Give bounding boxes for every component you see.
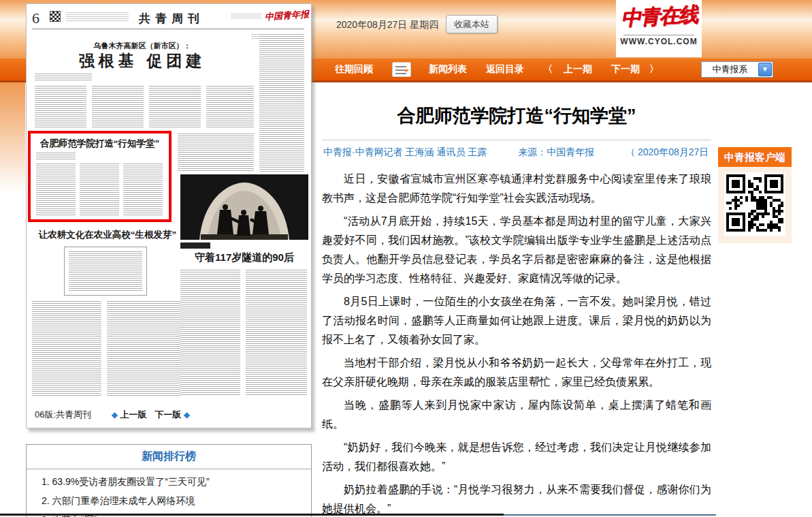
paper-text-column	[80, 163, 119, 215]
article-paragraph: 8月5日上课时，一位陌生的小女孩坐在角落，一言不发。她叫梁月悦，错过了活动报名时…	[322, 292, 711, 349]
paper-text-column	[32, 301, 101, 396]
paper-footer: 06版:共青周刊 ◆ 上一版 下一版 ◆	[35, 409, 190, 421]
paper-text-column	[180, 270, 240, 396]
paper-text-column	[123, 163, 163, 215]
news-ranking-title: 新闻排行榜	[27, 445, 311, 469]
paper-mini-qr-icon	[50, 11, 61, 22]
article-paragraph: “奶奶好，我们今晚来，就是想告诉您，经过考虑，我们决定让月悦继续参加活动，我们都…	[322, 438, 711, 476]
paper-page-number: 6	[32, 10, 39, 27]
next-page-diamond-icon[interactable]: ◆	[184, 410, 190, 420]
article-title: 合肥师范学院打造“行知学堂”	[322, 104, 711, 128]
article-paragraph: “活动从7月底开始，持续15天，学员基本都是周边村里的留守儿童，大家兴趣爱好不同…	[322, 212, 711, 288]
paper-masthead: 共青周刊	[120, 11, 223, 27]
news-ranking-panel: 新闻排行榜 1. 63.9%受访者朋友圈设置了“三天可见” 2. 六部门重拳治理…	[26, 444, 312, 517]
paper-text-column	[206, 86, 254, 128]
app-client-widget-body	[718, 167, 792, 243]
next-page-link[interactable]: 下一版	[155, 409, 181, 420]
prev-page-diamond-icon[interactable]: ◆	[112, 410, 118, 420]
prev-page-link[interactable]: 上一版	[120, 409, 147, 420]
paper-header-date-text	[231, 14, 262, 19]
app-client-widget: 中青报客户端	[718, 147, 792, 243]
paper-quote-box	[64, 247, 147, 296]
app-client-widget-title: 中青报客户端	[718, 147, 792, 167]
paper-headline2[interactable]: 合肥师范学院打造“行知学堂”	[33, 138, 166, 150]
photo-story-tag	[180, 242, 210, 249]
paper-text-column	[35, 86, 86, 128]
ranking-item-1[interactable]: 1. 63.9%受访者朋友圈设置了“三天可见”	[42, 476, 311, 488]
paper-headline1[interactable]: 强根基 促团建	[40, 50, 244, 72]
paper-byline-sim	[35, 74, 92, 82]
paper-headline1-kicker[interactable]: 乌鲁木齐高新区（新市区）：	[54, 41, 231, 51]
paper-footer-page-label: 06版:共青周刊	[35, 409, 91, 420]
left-gradient-strip	[0, 82, 25, 191]
highlighted-article-box[interactable]: 合肥师范学院打造“行知学堂”	[28, 131, 172, 222]
ranking-item-2[interactable]: 2. 六部门重拳治理未成年人网络环境	[42, 495, 311, 507]
paper-text-column	[149, 86, 201, 128]
qr-code	[724, 172, 785, 236]
article-paragraph: 当地村干部介绍，梁月悦从小和爷爷奶奶一起长大，父母常年在外打工，现在父亲肝硬化晚…	[322, 354, 711, 392]
article-byline: 中青报·中青网记者 王海涵 通讯员 王露	[323, 146, 487, 157]
article-source: 来源：中国青年报	[518, 146, 594, 157]
tunnel-photo[interactable]	[180, 174, 308, 240]
article-paragraph: 当晚，盛鹏等人来到月悦家中家访，屋内陈设简单，桌上摆满了蜡笔和画纸。	[322, 396, 711, 434]
paper-byline-sim	[36, 153, 76, 159]
paper-headline3[interactable]: 让农耕文化在农业高校“生根发芽”	[32, 229, 183, 241]
paper-masthead-logo: 中国青年报	[264, 8, 309, 23]
paper-text-column	[178, 134, 254, 172]
paper-text-column	[36, 163, 76, 215]
article-paragraph: 近日，安徽省宣城市宣州区寒亭镇通津村党群服务中心阅读室里传来了琅琅教书声，这是合…	[322, 170, 711, 208]
paper-text-column	[92, 86, 144, 128]
paper-right-column	[259, 34, 304, 173]
paper-photo-headline[interactable]: 守着117岁隧道的90后	[180, 251, 308, 264]
paper-quote-text-sim	[69, 251, 142, 291]
bottom-divider-left	[0, 514, 504, 516]
paper-text-column	[246, 270, 307, 396]
article-meta: 中青报·中青网记者 王海涵 通讯员 王露 来源：中国青年报 （ 2020年08月…	[322, 140, 711, 163]
chevron-down-icon: ▼	[758, 63, 772, 76]
paper-header-rule	[32, 29, 304, 29]
bottom-divider-right	[504, 514, 716, 516]
newspaper-page-thumbnail[interactable]: 6 共青周刊 中国青年报 乌鲁木齐高新区（新市区）： 强根基 促团建 合肥师范学…	[26, 3, 312, 428]
article-paragraph: 奶奶拉着盛鹏的手说：“月悦学习很努力，从来不需要我们督促，感谢你们为她提供机会。…	[322, 480, 711, 517]
paper-header-tiny-text	[66, 12, 129, 22]
paper-text-column	[107, 301, 180, 396]
paper-series-select[interactable]: 中青报系 ▼	[701, 61, 773, 78]
article-content: 合肥师范学院打造“行知学堂” 中青报·中青网记者 王海涵 通讯员 王露 来源：中…	[322, 0, 711, 517]
